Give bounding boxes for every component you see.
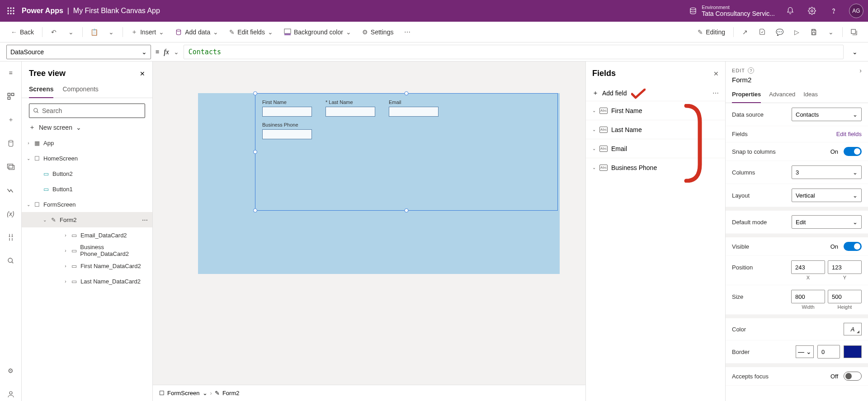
- rail-flows-icon[interactable]: [0, 184, 22, 197]
- app-launcher-icon[interactable]: [0, 7, 22, 15]
- more-icon[interactable]: ⋯: [142, 217, 148, 223]
- tab-ideas[interactable]: Ideas: [803, 88, 818, 103]
- visible-toggle[interactable]: [844, 242, 862, 251]
- tab-components[interactable]: Components: [62, 82, 98, 98]
- defaultmode-dropdown[interactable]: Edit⌄: [792, 215, 862, 229]
- border-style-dropdown[interactable]: — ⌄: [796, 345, 814, 358]
- svg-point-11: [833, 13, 834, 13]
- datasource-dropdown[interactable]: Contacts⌄: [792, 108, 862, 121]
- rail-hamburger-icon[interactable]: ≡: [0, 66, 22, 80]
- edit-fields-link[interactable]: Edit fields: [836, 131, 862, 137]
- share-button[interactable]: ↗: [737, 26, 753, 38]
- paste-dropdown[interactable]: ⌄: [104, 26, 119, 38]
- undo-button[interactable]: ↶: [46, 26, 61, 38]
- tree-item-app[interactable]: ›▦App: [22, 135, 152, 151]
- settings-button[interactable]: ⚙Settings: [358, 26, 398, 38]
- rail-variables-icon[interactable]: (x): [0, 207, 22, 221]
- tree-item-phone-datacard[interactable]: ›▭Business Phone_DataCard2: [22, 243, 152, 258]
- plus-icon: ＋: [131, 28, 137, 36]
- resize-handle[interactable]: [253, 150, 257, 154]
- size-width-input[interactable]: [791, 290, 825, 303]
- overflow-button[interactable]: ⋯: [400, 26, 415, 38]
- position-x-input[interactable]: [791, 260, 825, 274]
- more-icon[interactable]: ⋯: [712, 90, 725, 97]
- edit-fields-button[interactable]: ✎Edit fields⌄: [225, 26, 278, 38]
- resize-handle[interactable]: [253, 91, 257, 95]
- bgcolor-button[interactable]: Background color⌄: [279, 26, 356, 38]
- rail-data-icon[interactable]: [0, 137, 22, 150]
- tab-properties[interactable]: Properties: [732, 88, 761, 103]
- canvas-area[interactable]: First Name Last Name Email Business Phon…: [153, 61, 585, 401]
- tab-advanced[interactable]: Advanced: [769, 88, 795, 103]
- new-screen-button[interactable]: ＋ New screen ⌄: [29, 123, 145, 132]
- formula-input[interactable]: [184, 45, 844, 59]
- notifications-icon[interactable]: [779, 0, 801, 22]
- environment-picker[interactable]: Environment Tata Consultancy Servic...: [689, 5, 775, 17]
- tree-item-formscreen[interactable]: ⌄☐FormScreen: [22, 197, 152, 212]
- tree-item-email-datacard[interactable]: ›▭Email_DataCard2: [22, 227, 152, 243]
- close-icon[interactable]: ✕: [140, 70, 145, 77]
- paste-button[interactable]: 📋: [86, 26, 102, 38]
- rail-tools-icon[interactable]: [0, 231, 22, 244]
- card-input[interactable]: [389, 107, 439, 117]
- position-y-input[interactable]: [828, 260, 862, 274]
- tree-search[interactable]: Search: [29, 104, 145, 118]
- size-height-input[interactable]: [828, 290, 862, 303]
- expand-pane-icon[interactable]: ›: [859, 67, 862, 74]
- tab-screens[interactable]: Screens: [29, 82, 53, 98]
- property-dropdown[interactable]: DataSource ⌄: [6, 45, 151, 59]
- back-button[interactable]: ←Back: [6, 26, 38, 38]
- close-icon[interactable]: ✕: [713, 70, 719, 77]
- border-width-input[interactable]: [817, 345, 840, 359]
- add-data-button[interactable]: Add data⌄: [170, 26, 223, 38]
- editing-mode-button[interactable]: ✎Editing: [693, 26, 730, 38]
- columns-dropdown[interactable]: 3⌄: [792, 165, 862, 179]
- user-avatar[interactable]: AG: [849, 4, 863, 18]
- tree-item-button1[interactable]: ▭Button1: [22, 181, 152, 197]
- color-fx-button[interactable]: A: [844, 323, 862, 335]
- save-dropdown[interactable]: ⌄: [823, 26, 839, 38]
- card-input[interactable]: [326, 107, 375, 117]
- tree-item-last-datacard[interactable]: ›▭Last Name_DataCard2: [22, 274, 152, 289]
- rail-search-icon[interactable]: [0, 254, 22, 268]
- rail-virtualagent-icon[interactable]: [0, 387, 22, 401]
- tree-item-form2[interactable]: ⌄✎Form2⋯: [22, 212, 152, 227]
- datacard-email[interactable]: Email: [389, 99, 439, 117]
- app-checker-button[interactable]: [755, 26, 770, 38]
- layout-dropdown[interactable]: Vertical⌄: [792, 189, 862, 202]
- border-color-swatch[interactable]: [844, 345, 862, 358]
- publish-button[interactable]: [846, 26, 862, 38]
- undo-dropdown[interactable]: ⌄: [63, 26, 79, 38]
- card-input[interactable]: [262, 129, 312, 139]
- svg-point-3: [7, 10, 9, 11]
- help-icon[interactable]: [823, 0, 844, 22]
- expand-formula-bar[interactable]: ⌄: [848, 48, 862, 56]
- tree-item-button2[interactable]: ▭Button2: [22, 166, 152, 181]
- resize-handle[interactable]: [405, 91, 409, 95]
- save-button[interactable]: [806, 26, 821, 38]
- comments-button[interactable]: 💬: [772, 26, 787, 38]
- resize-handle[interactable]: [405, 208, 409, 212]
- resize-handle[interactable]: [253, 208, 257, 212]
- breadcrumb-form[interactable]: ✎Form2: [215, 390, 240, 396]
- tree-item-homescreen[interactable]: ⌄☐HomeScreen: [22, 151, 152, 166]
- rail-settings-icon[interactable]: ⚙: [0, 364, 22, 377]
- add-field-button[interactable]: ＋ Add field: [586, 85, 633, 101]
- insert-button[interactable]: ＋Insert⌄: [127, 25, 169, 39]
- help-icon[interactable]: ?: [748, 67, 754, 74]
- datacard-phone[interactable]: Business Phone: [262, 122, 312, 139]
- canvas-screen[interactable]: First Name Last Name Email Business Phon…: [198, 93, 560, 274]
- datacard-last-name[interactable]: Last Name: [326, 99, 375, 117]
- settings-icon[interactable]: [801, 0, 823, 22]
- breadcrumb-screen[interactable]: ☐FormScreen⌄: [159, 390, 208, 396]
- rail-tree-icon[interactable]: [0, 90, 22, 103]
- tree-item-first-datacard[interactable]: ›▭First Name_DataCard2: [22, 258, 152, 274]
- fields-title: Fields: [592, 69, 713, 78]
- preview-button[interactable]: ▷: [789, 26, 804, 38]
- datacard-first-name[interactable]: First Name: [262, 99, 312, 117]
- card-input[interactable]: [262, 107, 312, 117]
- snap-toggle[interactable]: [844, 147, 862, 156]
- rail-media-icon[interactable]: [0, 160, 22, 174]
- rail-insert-icon[interactable]: ＋: [0, 113, 22, 127]
- accepts-focus-toggle[interactable]: [844, 372, 862, 381]
